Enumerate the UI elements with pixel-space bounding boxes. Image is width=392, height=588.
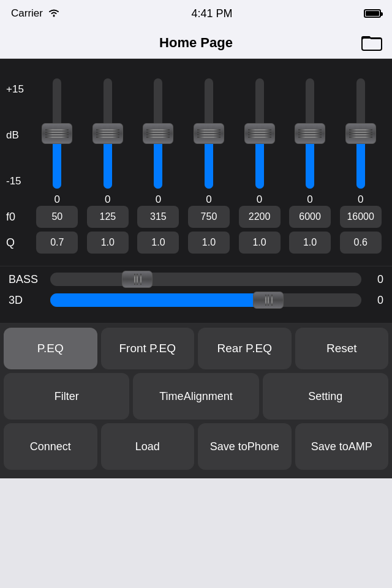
freq-cell-4[interactable]: 2200 <box>239 206 281 228</box>
time-label: 4:41 PM <box>191 7 232 20</box>
filter-button[interactable]: Filter <box>4 373 129 420</box>
threed-fill <box>50 293 268 307</box>
load-button[interactable]: Load <box>101 423 195 470</box>
carrier-label: Carrier <box>11 7 43 20</box>
threed-thumb[interactable] <box>253 292 284 309</box>
q-cell-1[interactable]: 1.0 <box>87 232 129 254</box>
eq-slider-track-2 <box>154 78 162 189</box>
connect-button[interactable]: Connect <box>4 423 97 470</box>
eq-slider-thumb-1[interactable] <box>92 123 123 144</box>
db-bot-label: -15 <box>6 175 32 187</box>
front-peq-button[interactable]: Front P.EQ <box>101 328 195 369</box>
eq-slider-track-6 <box>356 78 365 189</box>
eq-slider-value-1: 0 <box>105 194 110 206</box>
eq-slider-thumb-2[interactable] <box>143 123 173 144</box>
freq-cell-6[interactable]: 16000 <box>340 206 382 228</box>
eq-slider-thumb-6[interactable] <box>345 123 376 144</box>
time-alignment-button[interactable]: TimeAlignment <box>133 373 258 420</box>
bass-thumb[interactable] <box>122 271 153 288</box>
battery-icon <box>364 9 381 18</box>
threed-value: 0 <box>369 294 383 307</box>
eq-slider-3[interactable]: 0 <box>187 78 231 206</box>
reset-button[interactable]: Reset <box>295 328 389 369</box>
threed-label: 3D <box>9 294 43 307</box>
q-cell-3[interactable]: 1.0 <box>188 232 230 254</box>
eq-slider-1[interactable]: 0 <box>86 78 130 206</box>
eq-slider-value-6: 0 <box>358 194 363 206</box>
eq-slider-6[interactable]: 0 <box>339 78 383 206</box>
bass-label: BASS <box>9 273 43 286</box>
eq-sliders-row: 0000000 <box>32 78 386 206</box>
threed-track[interactable] <box>50 293 361 307</box>
peq-button[interactable]: P.EQ <box>4 328 97 369</box>
eq-slider-value-4: 0 <box>257 194 262 206</box>
q-cell-0[interactable]: 0.7 <box>36 232 78 254</box>
bottom-buttons: P.EQFront P.EQRear P.EQReset FilterTimeA… <box>0 323 392 478</box>
eq-slider-2[interactable]: 0 <box>136 78 180 206</box>
eq-section: +15 dB -15 0000000 f0 501253157502200600… <box>0 59 392 266</box>
status-left: Carrier <box>11 7 60 20</box>
eq-slider-value-0: 0 <box>55 194 60 206</box>
eq-slider-0[interactable]: 0 <box>35 78 79 206</box>
bass-value: 0 <box>369 273 383 286</box>
status-bar: Carrier 4:41 PM <box>0 0 392 27</box>
rear-peq-button[interactable]: Rear P.EQ <box>198 328 292 369</box>
db-labels-col: +15 dB -15 <box>6 83 32 206</box>
freq-cells: 501253157502200600016000 <box>32 206 386 228</box>
nav-bar: Home Page <box>0 27 392 59</box>
save-to-phone-button[interactable]: Save toPhone <box>198 423 292 470</box>
q-cells: 0.71.01.01.01.01.00.6 <box>32 232 386 254</box>
bass-3d-section: BASS 0 3D 0 <box>0 266 392 323</box>
eq-slider-track-4 <box>255 78 264 189</box>
q-row: Q 0.71.01.01.01.01.00.6 <box>6 232 386 254</box>
eq-slider-thumb-4[interactable] <box>244 123 275 144</box>
eq-slider-value-5: 0 <box>307 194 312 206</box>
wifi-icon <box>48 8 60 20</box>
freq-cell-2[interactable]: 315 <box>137 206 179 228</box>
sliders-area: +15 dB -15 0000000 <box>6 65 386 206</box>
eq-slider-value-2: 0 <box>156 194 161 206</box>
btn-row-3: ConnectLoadSave toPhoneSave toAMP <box>4 423 388 470</box>
eq-slider-thumb-5[interactable] <box>295 123 325 144</box>
btn-row-1: P.EQFront P.EQRear P.EQReset <box>4 328 388 369</box>
freq-cell-5[interactable]: 6000 <box>289 206 331 228</box>
eq-slider-value-3: 0 <box>206 194 211 206</box>
freq-cell-1[interactable]: 125 <box>87 206 129 228</box>
setting-button[interactable]: Setting <box>263 373 388 420</box>
folder-icon[interactable] <box>361 34 382 51</box>
db-mid-label: dB <box>6 129 32 141</box>
bass-row: BASS 0 <box>9 273 383 286</box>
svg-point-0 <box>53 15 55 17</box>
eq-slider-track-0 <box>53 78 61 189</box>
db-top-label: +15 <box>6 83 32 96</box>
freq-cell-0[interactable]: 50 <box>36 206 78 228</box>
threed-row: 3D 0 <box>9 293 383 307</box>
eq-slider-track-5 <box>306 78 314 189</box>
q-label: Q <box>6 236 32 249</box>
bass-track[interactable] <box>50 273 361 286</box>
btn-row-2: FilterTimeAlignmentSetting <box>4 373 388 420</box>
eq-slider-thumb-3[interactable] <box>194 123 224 144</box>
freq-cell-3[interactable]: 750 <box>188 206 230 228</box>
eq-slider-track-3 <box>205 78 213 189</box>
eq-slider-4[interactable]: 0 <box>238 78 282 206</box>
eq-slider-5[interactable]: 0 <box>288 78 332 206</box>
freq-row: f0 501253157502200600016000 <box>6 206 386 228</box>
svg-rect-1 <box>362 38 382 50</box>
q-cell-2[interactable]: 1.0 <box>137 232 179 254</box>
page-title: Home Page <box>159 35 233 51</box>
eq-slider-thumb-0[interactable] <box>42 123 72 144</box>
freq-label: f0 <box>6 211 32 224</box>
q-cell-5[interactable]: 1.0 <box>289 232 331 254</box>
q-cell-4[interactable]: 1.0 <box>239 232 281 254</box>
q-cell-6[interactable]: 0.6 <box>340 232 382 254</box>
save-to-amp-button[interactable]: Save toAMP <box>295 423 389 470</box>
eq-slider-track-1 <box>104 78 112 189</box>
